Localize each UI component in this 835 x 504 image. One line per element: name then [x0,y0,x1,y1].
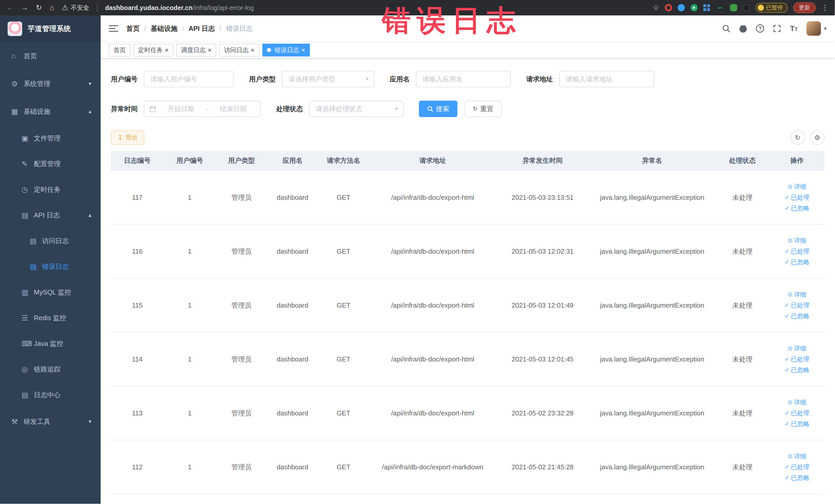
ignored-link[interactable]: ✓已忽略 [785,204,809,212]
document-icon: ▤ [30,237,42,245]
detail-link[interactable]: ⊙详细 [788,398,806,406]
table-row: 116 1 管理员 dashboard GET /api/infra/db-do… [111,224,824,278]
detail-link[interactable]: ⊙详细 [788,183,806,191]
hamburger-icon[interactable] [109,25,118,32]
sidebar-item-infrastructure[interactable]: ▦ 基础设施 ▴ [0,98,101,125]
export-button[interactable]: ↧ 导出 [111,130,144,145]
extension-drop-icon[interactable] [678,4,685,11]
user-menu[interactable]: ▾ [807,21,827,36]
sidebar-item-dev-tools[interactable]: ⚒ 研发工具 ▾ [0,408,101,436]
detail-link[interactable]: ⊙详细 [788,344,806,352]
tab-label: 定时任务 [138,46,163,54]
sidebar-item-access-log[interactable]: ▤ 访问日志 [0,228,101,254]
extension-puzzle-icon[interactable] [743,4,750,11]
breadcrumb-infrastructure[interactable]: 基础设施 [151,24,188,33]
sidebar-item-log-center[interactable]: ▤ 日志中心 [0,382,101,408]
breadcrumb-home[interactable]: 首页 [126,24,151,33]
reload-icon[interactable]: ↻ [36,4,42,11]
tab-access-log[interactable]: 访问日志 × [219,44,259,57]
processed-link[interactable]: ✓已处理 [785,301,809,309]
search-button[interactable]: 搜索 [419,101,457,117]
fullscreen-icon[interactable] [773,24,781,33]
breadcrumb-api-logs[interactable]: API 日志 [188,24,226,33]
column-settings-button[interactable]: ⚙ [810,130,824,145]
extension-play-icon[interactable] [691,4,698,11]
detail-link[interactable]: ⊙详细 [788,237,806,245]
extension-record-icon[interactable] [665,4,672,11]
refresh-icon: ↻ [473,105,477,112]
process-status-select[interactable]: 请选择处理状态 ▾ [309,101,404,117]
cell-exception-name: java.lang.IllegalArgumentException [589,278,715,332]
detail-link[interactable]: ⊙详细 [788,452,806,460]
sidebar-item-config-mgmt[interactable]: ✎ 配置管理 [0,151,101,177]
sidebar-item-label: 链路追踪 [34,365,61,374]
sidebar-item-home[interactable]: ⌂ 首页 [0,42,101,70]
font-size-icon[interactable]: TT [790,24,798,33]
tab-error-log[interactable]: 错误日志 × [262,44,310,57]
user-type-select[interactable]: 请选择用户类型 ▾ [282,71,374,87]
cell-status: 未处理 [715,224,770,278]
sidebar-item-scheduled-tasks[interactable]: ◷ 定时任务 [0,177,101,202]
forward-icon[interactable]: → [21,4,28,11]
processed-link[interactable]: ✓已处理 [785,247,809,256]
logo-area[interactable]: 芋道管理系统 [0,15,101,42]
close-icon[interactable]: × [208,47,211,54]
paused-badge[interactable]: 已暂停 [756,3,788,13]
ignored-link[interactable]: ✓已忽略 [785,312,809,320]
app-name-input[interactable] [416,71,511,87]
sidebar-item-file-mgmt[interactable]: ▣ 文件管理 [0,125,101,151]
date-range-picker[interactable]: 开始日期 - 结束日期 [144,101,261,117]
user-id-input[interactable] [144,71,233,87]
processed-link[interactable]: ✓已处理 [785,463,809,471]
col-header-exception-time: 异常发生时间 [496,151,589,170]
github-icon[interactable] [739,24,747,33]
sidebar-item-java-monitor[interactable]: ⌨ Java 监控 [0,331,101,356]
request-url-input[interactable] [559,71,654,87]
sidebar-item-api-logs[interactable]: ▤ API 日志 ▴ [0,202,101,228]
sidebar-item-label: 基础设施 [24,107,50,116]
tab-home[interactable]: 首页 [109,44,130,57]
ignored-link[interactable]: ✓已忽略 [785,474,809,482]
tab-scheduled-tasks[interactable]: 定时任务 × [134,44,173,57]
refresh-button[interactable]: ↻ [791,130,805,145]
processed-link[interactable]: ✓已处理 [785,409,809,417]
back-icon[interactable]: ← [6,4,13,11]
cell-app-name: dashboard [267,440,318,494]
processed-link[interactable]: ✓已处理 [785,193,809,202]
help-icon[interactable]: ? [756,24,764,33]
url-bar[interactable]: dashboard.yudao.iocoder.cn/infra/log/api… [105,4,254,12]
sidebar-item-mysql-monitor[interactable]: ▥ MySQL 监控 [0,279,101,305]
sidebar-item-system-mgmt[interactable]: ⚙ 系统管理 ▾ [0,70,101,98]
bookmark-star-icon[interactable]: ☆ [653,4,659,11]
extension-on-badge[interactable]: on [716,4,725,11]
sidebar-item-error-log[interactable]: ▤ 错误日志 [0,254,101,279]
cell-user-type: 管理员 [216,170,267,224]
detail-link[interactable]: ⊙详细 [788,290,806,299]
processed-link[interactable]: ✓已处理 [785,355,809,363]
paused-badge-label: 已暂停 [766,4,783,12]
reset-button[interactable]: ↻ 重置 [465,101,502,117]
close-icon[interactable]: × [250,47,254,54]
search-icon[interactable] [722,24,730,33]
sidebar-item-label: 配置管理 [34,159,61,168]
browser-home-icon[interactable]: ⌂ [49,4,54,11]
logo-avatar [7,21,23,37]
ignored-link[interactable]: ✓已忽略 [785,420,809,428]
check-icon: ✓ [785,410,789,417]
browser-menu-dots-icon[interactable]: ⋮ [821,4,829,11]
tab-dispatch-log[interactable]: 调度日志 × [176,44,216,57]
ignored-link[interactable]: ✓已忽略 [785,258,809,266]
sidebar-item-redis-monitor[interactable]: ☰ Redis 监控 [0,305,101,331]
warning-icon: ⚠ [62,4,68,11]
extension-leaf-icon[interactable] [730,4,737,11]
sidebar-item-label: Redis 监控 [34,314,66,322]
cell-method: GET [318,170,369,224]
ignored-link[interactable]: ✓已忽略 [785,366,809,374]
close-icon[interactable]: × [165,47,169,54]
extension-grid-icon[interactable] [703,4,710,11]
update-button[interactable]: 更新 [793,2,816,13]
close-icon[interactable]: × [301,47,305,54]
sidebar-item-tracing[interactable]: ◎ 链路追踪 [0,356,101,382]
grid-icon: ▦ [11,107,24,116]
security-chip[interactable]: ⚠ 不安全 [62,4,89,12]
